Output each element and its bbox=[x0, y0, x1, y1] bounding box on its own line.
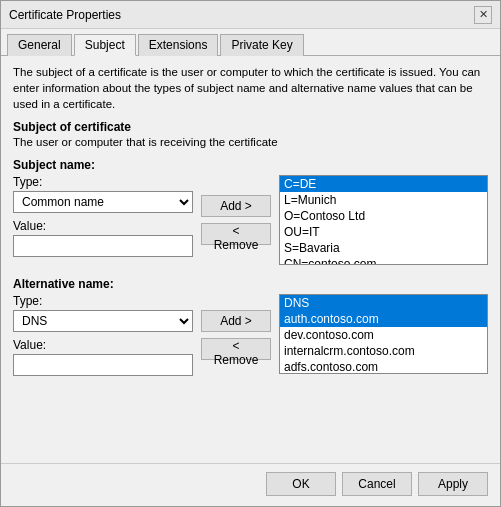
value-input[interactable] bbox=[13, 235, 193, 257]
list-item[interactable]: internalcrm.contoso.com bbox=[280, 343, 487, 359]
apply-button[interactable]: Apply bbox=[418, 472, 488, 496]
alt-type-select[interactable]: DNS Email IP URI bbox=[13, 310, 193, 332]
subject-sublabel: The user or computer that is receiving t… bbox=[13, 136, 488, 148]
subject-left-panel: Type: Common name Organization OU State … bbox=[13, 175, 193, 265]
close-button[interactable]: ✕ bbox=[474, 6, 492, 24]
window-title: Certificate Properties bbox=[9, 8, 121, 22]
value-label: Value: bbox=[13, 219, 193, 233]
alt-name-area: Type: DNS Email IP URI Value: Add > < Re… bbox=[13, 294, 488, 376]
tabs-row: General Subject Extensions Private Key bbox=[1, 29, 500, 56]
list-item[interactable]: S=Bavaria bbox=[280, 240, 487, 256]
alt-right-panel: DNS auth.contoso.com dev.contoso.com int… bbox=[279, 294, 488, 376]
title-bar: Certificate Properties ✕ bbox=[1, 1, 500, 29]
alt-add-button[interactable]: Add > bbox=[201, 310, 271, 332]
list-item[interactable]: adfs.contoso.com bbox=[280, 359, 487, 374]
subject-name-area: Type: Common name Organization OU State … bbox=[13, 175, 488, 265]
tab-subject[interactable]: Subject bbox=[74, 34, 136, 56]
list-item[interactable]: OU=IT bbox=[280, 224, 487, 240]
subject-remove-button[interactable]: < Remove bbox=[201, 223, 271, 245]
tab-general[interactable]: General bbox=[7, 34, 72, 56]
tab-content: The subject of a certificate is the user… bbox=[1, 56, 500, 463]
tab-private-key[interactable]: Private Key bbox=[220, 34, 303, 56]
alt-list-header: DNS bbox=[280, 295, 487, 311]
subject-right-panel: C=DE L=Munich O=Contoso Ltd OU=IT S=Bava… bbox=[279, 175, 488, 265]
alt-remove-button[interactable]: < Remove bbox=[201, 338, 271, 360]
alt-type-label: Type: bbox=[13, 294, 193, 308]
alt-list[interactable]: DNS auth.contoso.com dev.contoso.com int… bbox=[279, 294, 488, 374]
subject-of-cert-label: Subject of certificate bbox=[13, 120, 488, 134]
cancel-button[interactable]: Cancel bbox=[342, 472, 412, 496]
subject-middle-buttons: Add > < Remove bbox=[201, 175, 271, 265]
alt-left-panel: Type: DNS Email IP URI Value: bbox=[13, 294, 193, 376]
alt-value-input[interactable] bbox=[13, 354, 193, 376]
subject-list[interactable]: C=DE L=Munich O=Contoso Ltd OU=IT S=Bava… bbox=[279, 175, 488, 265]
list-item[interactable]: L=Munich bbox=[280, 192, 487, 208]
type-select[interactable]: Common name Organization OU State Countr… bbox=[13, 191, 193, 213]
bottom-buttons: OK Cancel Apply bbox=[1, 463, 500, 506]
alt-middle-buttons: Add > < Remove bbox=[201, 294, 271, 376]
list-item[interactable]: auth.contoso.com bbox=[280, 311, 487, 327]
ok-button[interactable]: OK bbox=[266, 472, 336, 496]
tab-extensions[interactable]: Extensions bbox=[138, 34, 219, 56]
alt-value-label: Value: bbox=[13, 338, 193, 352]
subject-add-button[interactable]: Add > bbox=[201, 195, 271, 217]
list-item[interactable]: CN=contoso.com bbox=[280, 256, 487, 265]
description-text: The subject of a certificate is the user… bbox=[13, 64, 488, 112]
list-item[interactable]: O=Contoso Ltd bbox=[280, 208, 487, 224]
subject-name-group-label: Subject name: bbox=[13, 158, 488, 172]
type-label: Type: bbox=[13, 175, 193, 189]
list-item[interactable]: dev.contoso.com bbox=[280, 327, 487, 343]
list-item[interactable]: C=DE bbox=[280, 176, 487, 192]
alt-name-group-label: Alternative name: bbox=[13, 277, 488, 291]
certificate-properties-window: Certificate Properties ✕ General Subject… bbox=[0, 0, 501, 507]
